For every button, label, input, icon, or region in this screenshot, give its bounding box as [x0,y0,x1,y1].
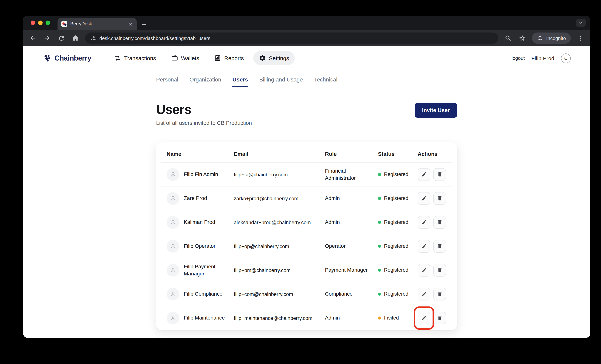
user-avatar[interactable]: C [561,53,571,63]
page-title: Users [156,103,252,116]
back-icon[interactable] [28,34,37,43]
actions-cell [418,192,447,205]
users-table-card: Name Email Role Status Actions Filip Fin… [156,142,457,330]
user-role: Operator [325,243,346,250]
user-email: filip+maintenance@chainberry.com [234,315,312,321]
email-cell: filip+op@chainberry.com [234,243,325,249]
edit-user-button[interactable] [418,288,430,300]
delete-user-button[interactable] [433,312,446,324]
edit-user-button[interactable] [418,168,430,181]
minimize-window-button[interactable] [38,20,43,25]
tab-technical[interactable]: Technical [314,76,337,87]
tab-personal[interactable]: Personal [156,76,178,87]
reload-icon[interactable] [57,34,66,43]
status-dot [378,197,381,200]
table-row: Zare Prod zarko+prod@chainberry.com Admi… [161,186,452,210]
invite-user-button[interactable]: Invite User [415,103,457,118]
name-cell: Zare Prod [167,192,234,205]
status-label: Registered [384,243,409,249]
user-email: filip+op@chainberry.com [234,243,289,249]
user-avatar-placeholder-icon [167,288,179,300]
role-cell: Financial Administrator [325,167,378,182]
email-cell: aleksandar+prod@chainberry.com [234,219,325,225]
site-settings-icon[interactable] [90,35,96,41]
desktop-background: BerryDesk × + [0,0,601,364]
new-tab-button[interactable]: + [142,21,146,28]
email-cell: zarko+prod@chainberry.com [234,195,325,201]
user-name: Filip Fin Admin [184,171,218,178]
email-cell: filip+com@chainberry.com [234,291,325,297]
browser-tab[interactable]: BerryDesk × [58,18,137,30]
nav-item-transactions[interactable]: Transactions [109,51,162,65]
user-avatar-placeholder-icon [167,312,179,324]
chainberry-logo-icon [43,53,52,63]
close-window-button[interactable] [31,20,35,25]
tab-users[interactable]: Users [232,76,248,87]
tab-billing-and-usage[interactable]: Billing and Usage [259,76,303,87]
status-label: Invited [384,315,399,321]
zoom-icon[interactable] [503,34,512,43]
user-name: Filip Compliance [184,291,222,297]
status-dot [378,221,381,224]
bookmark-star-icon[interactable] [518,34,527,43]
logout-link[interactable]: logout [511,55,525,61]
incognito-icon [537,35,543,41]
forward-icon[interactable] [43,34,51,43]
status-label: Registered [384,291,409,297]
user-email: filip+pm@chainberry.com [234,267,290,273]
edit-user-button[interactable] [418,216,430,229]
name-cell: Filip Operator [167,240,234,253]
edit-user-button[interactable] [418,240,430,253]
app-header: Chainberry Transactions Wallets [23,46,590,70]
user-name: Kaliman Prod [184,219,215,225]
nav-item-reports[interactable]: Reports [209,51,250,65]
status-cell: Registered [378,267,418,273]
user-email: filip+fa@chainberry.com [234,172,288,177]
nav-item-wallets[interactable]: Wallets [165,51,205,65]
column-header-status: Status [378,151,418,157]
edit-user-button[interactable] [418,312,430,324]
tab-title: BerryDesk [70,21,125,27]
delete-user-button[interactable] [433,192,446,205]
column-header-name: Name [167,151,234,157]
edit-user-button[interactable] [418,264,430,276]
home-icon[interactable] [71,34,80,43]
close-tab-icon[interactable]: × [128,21,133,27]
main-nav: Transactions Wallets Reports [109,51,295,65]
browser-tab-strip: BerryDesk × + [23,16,590,30]
email-cell: filip+fa@chainberry.com [234,171,325,177]
settings-tabs: Personal Organization Users Billing and … [156,70,457,87]
zoom-window-button[interactable] [46,20,50,25]
delete-user-button[interactable] [433,168,446,181]
role-cell: Payment Manager [325,266,378,273]
delete-user-button[interactable] [433,240,446,253]
table-row: Filip Fin Admin filip+fa@chainberry.com … [161,162,452,186]
user-avatar-placeholder-icon [167,168,179,181]
actions-cell [418,240,447,253]
column-header-role: Role [325,151,378,157]
actions-cell [418,264,447,276]
status-cell: Registered [378,291,418,297]
status-label: Registered [384,219,409,225]
status-dot [378,173,381,176]
tab-organization[interactable]: Organization [189,76,221,87]
browser-menu-icon[interactable] [576,34,585,43]
tab-search-chevron-icon[interactable] [576,19,586,27]
brand[interactable]: Chainberry [43,53,91,63]
wallets-icon [171,55,178,62]
browser-toolbar: desk.chainberry.com/dashboard/settings?t… [23,30,590,46]
delete-user-button[interactable] [433,216,446,229]
nav-item-settings[interactable]: Settings [253,51,295,65]
role-cell: Compliance [325,290,378,297]
status-cell: Invited [378,315,418,321]
app-page: Chainberry Transactions Wallets [23,46,590,338]
incognito-label: Incognito [546,35,566,41]
edit-user-button[interactable] [418,192,430,205]
status-cell: Registered [378,195,418,201]
status-dot [378,316,381,319]
url-bar[interactable]: desk.chainberry.com/dashboard/settings?t… [85,32,498,44]
name-cell: Filip Fin Admin [167,168,234,181]
delete-user-button[interactable] [433,264,446,276]
transactions-icon [114,55,121,62]
delete-user-button[interactable] [433,288,446,300]
